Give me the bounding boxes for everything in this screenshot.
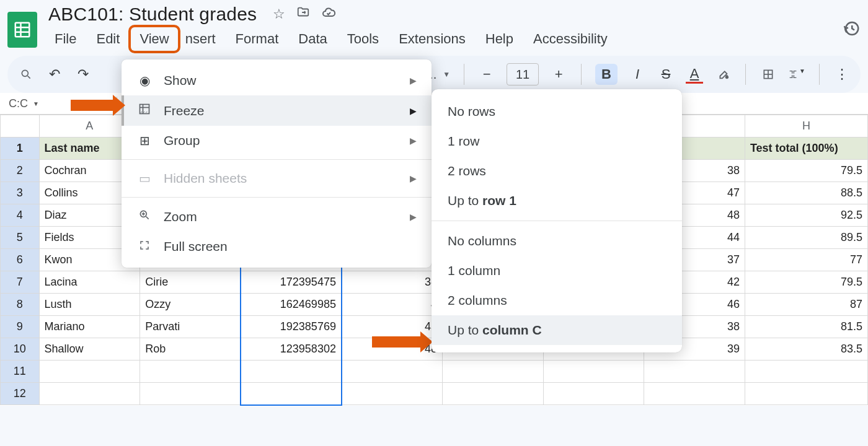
cell[interactable]: Lusth [39, 294, 140, 316]
cell[interactable]: 79.5 [745, 160, 867, 182]
cell[interactable] [342, 361, 443, 383]
cell[interactable]: Test total (100%) [745, 138, 867, 160]
row-header[interactable]: 3 [1, 182, 40, 204]
cell[interactable]: 81.5 [745, 316, 867, 338]
cell[interactable] [745, 383, 867, 405]
font-size-increase-icon[interactable]: + [550, 66, 567, 82]
row-header[interactable]: 1 [1, 138, 40, 160]
cell[interactable] [745, 361, 867, 383]
menu-tools[interactable]: Tools [339, 27, 388, 51]
select-all-cell[interactable] [1, 115, 40, 138]
menu-zoom[interactable]: Zoom ▶ [122, 201, 432, 232]
cell[interactable]: Mariano [39, 316, 140, 338]
row-header[interactable]: 7 [1, 271, 40, 294]
cell[interactable]: 79.5 [745, 271, 867, 294]
strikethrough-button[interactable]: S [657, 66, 675, 82]
borders-button[interactable] [760, 68, 777, 81]
menu-format[interactable]: Format [227, 27, 288, 51]
font-size-input[interactable]: 11 [507, 63, 539, 85]
row-header[interactable]: 5 [1, 227, 40, 249]
more-icon[interactable]: ⋮ [833, 66, 851, 82]
fullscreen-icon [136, 240, 153, 254]
cell[interactable]: Parvati [140, 316, 241, 338]
menu-freeze[interactable]: Freeze ▶ [122, 95, 432, 126]
row-header[interactable]: 2 [1, 160, 40, 182]
menu-help[interactable]: Help [477, 27, 522, 51]
cell[interactable] [443, 383, 544, 405]
menu-accessibility[interactable]: Accessibility [525, 27, 616, 51]
cell[interactable]: 92.5 [745, 204, 867, 227]
text-color-button[interactable]: A [686, 66, 703, 84]
cell[interactable] [644, 383, 745, 405]
cell[interactable]: Lacina [39, 271, 140, 294]
cell[interactable] [241, 383, 342, 405]
cell[interactable]: 4 [342, 294, 443, 316]
freeze-2-columns[interactable]: 2 columns [432, 286, 682, 315]
row-header[interactable]: 10 [1, 338, 40, 361]
row-header[interactable]: 6 [1, 249, 40, 271]
cell[interactable]: 88.5 [745, 182, 867, 204]
cell[interactable] [140, 383, 241, 405]
cell[interactable]: Cirie [140, 271, 241, 294]
search-icon[interactable] [17, 68, 35, 81]
undo-icon[interactable]: ↶ [46, 66, 63, 82]
fill-color-button[interactable] [714, 68, 732, 81]
row-header[interactable]: 12 [1, 383, 40, 405]
menu-show[interactable]: ◉ Show ▶ [122, 66, 432, 95]
version-history-icon[interactable] [842, 19, 861, 40]
cell[interactable] [443, 361, 544, 383]
star-icon[interactable]: ☆ [273, 6, 285, 22]
cell[interactable] [342, 383, 443, 405]
font-size-decrease-icon[interactable]: − [478, 66, 495, 82]
cell[interactable]: Ozzy [140, 294, 241, 316]
cell[interactable] [140, 361, 241, 383]
cell[interactable]: 123958302 [241, 338, 342, 361]
menu-edit[interactable]: Edit [87, 27, 128, 51]
menu-extensions[interactable]: Extensions [390, 27, 474, 51]
cell[interactable] [543, 361, 644, 383]
menu-view[interactable]: View [131, 27, 177, 51]
cell[interactable] [241, 361, 342, 383]
italic-button[interactable]: I [629, 66, 646, 82]
row-header[interactable]: 11 [1, 361, 40, 383]
freeze-up-to-row[interactable]: Up to row 1 [432, 186, 682, 216]
row-header[interactable]: 4 [1, 204, 40, 227]
cell[interactable] [39, 383, 140, 405]
freeze-1-row[interactable]: 1 row [432, 126, 682, 156]
move-folder-icon[interactable] [296, 6, 310, 23]
menu-data[interactable]: Data [290, 27, 335, 51]
freeze-up-to-column[interactable]: Up to column C [432, 315, 682, 345]
freeze-2-rows[interactable]: 2 rows [432, 156, 682, 186]
cell[interactable]: 83.5 [745, 338, 867, 361]
sheets-app-icon[interactable] [7, 12, 37, 48]
cell[interactable] [543, 383, 644, 405]
cell[interactable]: 162469985 [241, 294, 342, 316]
cell[interactable] [644, 361, 745, 383]
freeze-no-columns[interactable]: No columns [432, 226, 682, 256]
freeze-1-column[interactable]: 1 column [432, 256, 682, 286]
cell[interactable]: 172395475 [241, 271, 342, 294]
cell[interactable]: 87 [745, 294, 867, 316]
document-title[interactable]: ABC101: Student grades [48, 4, 257, 25]
freeze-no-rows[interactable]: No rows [432, 97, 682, 126]
cell[interactable]: 89.5 [745, 227, 867, 249]
menu-insert[interactable]: nsert [177, 27, 224, 51]
menu-fullscreen[interactable]: Full screen [122, 232, 432, 261]
cell[interactable]: 192385769 [241, 316, 342, 338]
cell[interactable]: 77 [745, 249, 867, 271]
cloud-status-icon[interactable] [321, 5, 336, 24]
cell[interactable] [39, 361, 140, 383]
row-header[interactable]: 8 [1, 294, 40, 316]
cell[interactable]: Shallow [39, 338, 140, 361]
cell[interactable]: 38 [342, 271, 443, 294]
menu-group[interactable]: ⊞ Group ▶ [122, 126, 432, 155]
cell[interactable]: Rob [140, 338, 241, 361]
row-header[interactable]: 9 [1, 316, 40, 338]
merge-cells-button[interactable]: ▼ [788, 68, 805, 81]
divider [745, 64, 746, 85]
col-header-H[interactable]: H [745, 115, 867, 138]
bold-button[interactable]: B [595, 64, 618, 85]
redo-icon[interactable]: ↷ [74, 66, 92, 82]
menu-file[interactable]: File [46, 27, 85, 51]
title-bar: ABC101: Student grades ☆ File Edit View … [0, 0, 868, 56]
